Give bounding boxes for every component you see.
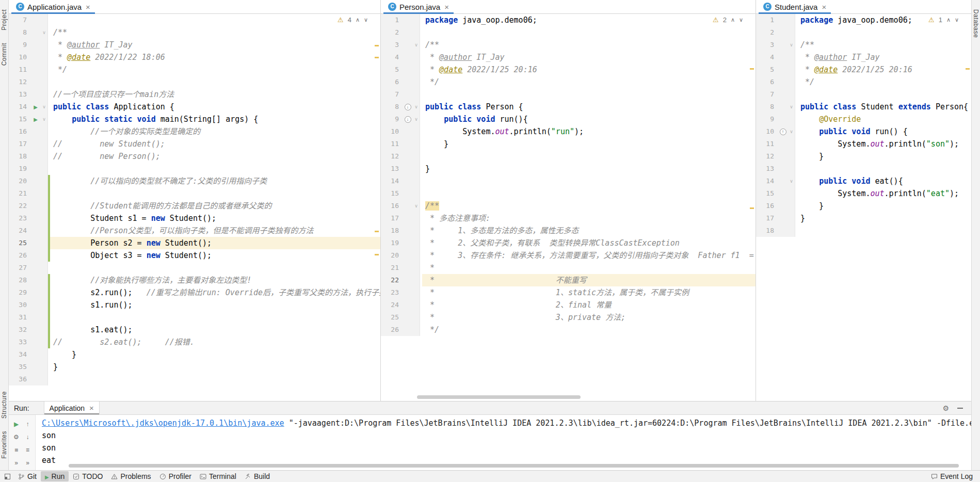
prev-warning-icon[interactable] bbox=[356, 17, 360, 23]
code-line-15[interactable]: 15 bbox=[381, 187, 756, 200]
error-stripe[interactable] bbox=[748, 14, 756, 401]
code-line-19[interactable]: 19 bbox=[9, 163, 380, 175]
error-stripe[interactable] bbox=[964, 14, 971, 401]
line-number[interactable]: 17 bbox=[9, 138, 30, 150]
code-line-28[interactable]: 28 //对象能执行哪些方法，主要看对象左边类型! bbox=[9, 274, 380, 286]
inspection-widget[interactable]: 1 bbox=[926, 15, 961, 24]
line-number[interactable]: 5 bbox=[381, 63, 403, 76]
toolwindow-button-git[interactable]: Git bbox=[14, 471, 41, 481]
fold-marker-icon[interactable] bbox=[788, 175, 795, 187]
fold-marker-icon[interactable] bbox=[788, 39, 795, 51]
code-line-6[interactable]: 6 */ bbox=[756, 76, 971, 88]
stripe-warning-mark[interactable] bbox=[966, 68, 970, 70]
code-line-20[interactable]: 20 * 3、存在条件: 继承关系，方法需要重写，父类的引用指向子类对象 Fat… bbox=[381, 249, 756, 262]
line-number[interactable]: 21 bbox=[9, 187, 30, 200]
stripe-warning-mark[interactable] bbox=[750, 68, 754, 70]
line-number[interactable]: 34 bbox=[9, 348, 30, 361]
prev-warning-icon[interactable] bbox=[731, 17, 735, 23]
run-line-icon[interactable] bbox=[34, 113, 38, 126]
code-line-36[interactable]: 36 bbox=[9, 373, 380, 385]
code-line-9[interactable]: 9 public void run(){ bbox=[381, 113, 756, 125]
code-line-25[interactable]: 25 Person s2 = new Student(); bbox=[9, 237, 380, 249]
line-number[interactable]: 3 bbox=[381, 39, 403, 51]
fold-marker-icon[interactable] bbox=[788, 101, 795, 113]
code-line-32[interactable]: 32 s1.eat(); bbox=[9, 324, 380, 336]
line-number[interactable]: 10 bbox=[381, 125, 403, 138]
line-number[interactable]: 9 bbox=[9, 39, 30, 51]
event-log-button[interactable]: Event Log bbox=[927, 471, 977, 481]
code-line-6[interactable]: 6 */ bbox=[381, 76, 756, 88]
code-line-24[interactable]: 24 //Person父类型，可以指向子类，但是不能调用子类独有的方法 bbox=[9, 224, 380, 237]
editor-area[interactable]: 1package java_oop.demo06;23/**4 * @autho… bbox=[381, 14, 756, 401]
line-number[interactable]: 16 bbox=[381, 200, 403, 212]
line-number[interactable]: 3 bbox=[756, 39, 778, 51]
code-line-16[interactable]: 16/** bbox=[381, 200, 756, 212]
code-line-29[interactable]: 29 s2.run(); //重写之前输出run: Override后，子类重写… bbox=[9, 286, 380, 299]
tool-button-database[interactable]: Database bbox=[972, 9, 979, 38]
code-line-13[interactable]: 13 bbox=[756, 163, 971, 175]
overridden-marker-icon[interactable] bbox=[405, 116, 411, 123]
line-number[interactable]: 29 bbox=[9, 286, 30, 299]
editor-area[interactable]: 1package java_oop.demo06;23/**4 * @autho… bbox=[756, 14, 971, 401]
line-number[interactable]: 36 bbox=[9, 373, 30, 385]
fold-marker-icon[interactable] bbox=[413, 200, 420, 212]
tab-application-java[interactable]: Application.java bbox=[11, 0, 95, 13]
overriding-marker-icon[interactable] bbox=[780, 128, 786, 135]
line-number[interactable]: 16 bbox=[756, 200, 778, 212]
stripe-warning-mark[interactable] bbox=[375, 231, 379, 232]
stripe-warning-mark[interactable] bbox=[375, 254, 379, 255]
line-number[interactable]: 8 bbox=[756, 101, 778, 113]
stop-button[interactable] bbox=[11, 443, 22, 456]
code-line-19[interactable]: 19 * 2、父类和子类，有联系 类型转换异常ClassCastExceptio… bbox=[381, 237, 756, 249]
line-number[interactable]: 2 bbox=[381, 26, 403, 39]
line-number[interactable]: 10 bbox=[9, 51, 30, 63]
code-line-11[interactable]: 11 */ bbox=[9, 63, 380, 76]
stack-up-button[interactable] bbox=[22, 417, 34, 430]
line-number[interactable]: 7 bbox=[9, 14, 30, 26]
error-stripe[interactable] bbox=[373, 14, 380, 401]
line-number[interactable]: 12 bbox=[756, 150, 778, 163]
code-line-27[interactable]: 27 bbox=[9, 262, 380, 274]
tool-button-structure[interactable]: Structure bbox=[1, 391, 8, 419]
fold-marker-icon[interactable] bbox=[41, 113, 48, 125]
hide-icon[interactable] bbox=[957, 408, 963, 409]
code-line-16[interactable]: 16 //一个对象的实际类型是确定的 bbox=[9, 125, 380, 138]
line-number[interactable]: 12 bbox=[9, 76, 30, 88]
editor-area[interactable]: 78/**9 * @author IT_Jay10 * @date 2022/1… bbox=[9, 14, 380, 401]
overridden-marker-icon[interactable] bbox=[405, 104, 411, 110]
code-line-31[interactable]: 31 bbox=[9, 311, 380, 324]
code-line-10[interactable]: 10 public void run() { bbox=[756, 125, 971, 138]
code-line-33[interactable]: 33// s2.eat(); //报错. bbox=[9, 336, 380, 348]
code-line-16[interactable]: 16 } bbox=[756, 200, 971, 212]
code-line-14[interactable]: 14 bbox=[381, 175, 756, 187]
code-line-13[interactable]: 13//一个项目应该只存一个main方法 bbox=[9, 88, 380, 101]
code-line-4[interactable]: 4 * @author IT_Jay bbox=[381, 51, 756, 63]
code-line-17[interactable]: 17 * 多态注意事项: bbox=[381, 212, 756, 224]
prev-warning-icon[interactable] bbox=[946, 17, 951, 23]
stripe-warning-mark[interactable] bbox=[375, 57, 379, 58]
code-line-8[interactable]: 8public class Student extends Person{ bbox=[756, 101, 971, 113]
code-line-7[interactable]: 7 bbox=[756, 88, 971, 101]
line-number[interactable]: 20 bbox=[381, 249, 403, 262]
code-line-35[interactable]: 35} bbox=[9, 361, 380, 373]
line-number[interactable]: 7 bbox=[381, 88, 403, 101]
code-line-9[interactable]: 9 * @author IT_Jay bbox=[9, 39, 380, 51]
line-number[interactable]: 1 bbox=[756, 14, 778, 26]
code-line-15[interactable]: 15 System.out.println("eat"); bbox=[756, 187, 971, 200]
line-number[interactable]: 23 bbox=[9, 212, 30, 224]
settings-icon[interactable] bbox=[11, 430, 22, 443]
code-line-2[interactable]: 2 bbox=[381, 26, 756, 39]
code-line-4[interactable]: 4 * @author IT_Jay bbox=[756, 51, 971, 63]
code-line-21[interactable]: 21 * bbox=[381, 262, 756, 274]
code-line-11[interactable]: 11 System.out.println("son"); bbox=[756, 138, 971, 150]
line-number[interactable]: 7 bbox=[756, 88, 778, 101]
line-number[interactable]: 20 bbox=[9, 175, 30, 187]
line-number[interactable]: 17 bbox=[381, 212, 403, 224]
code-line-12[interactable]: 12 bbox=[381, 150, 756, 163]
line-number[interactable]: 24 bbox=[9, 224, 30, 237]
stripe-warning-mark[interactable] bbox=[375, 45, 379, 46]
line-number[interactable]: 25 bbox=[9, 237, 30, 249]
close-icon[interactable] bbox=[89, 404, 94, 412]
line-number[interactable]: 10 bbox=[756, 125, 778, 138]
line-number[interactable]: 24 bbox=[381, 299, 403, 311]
